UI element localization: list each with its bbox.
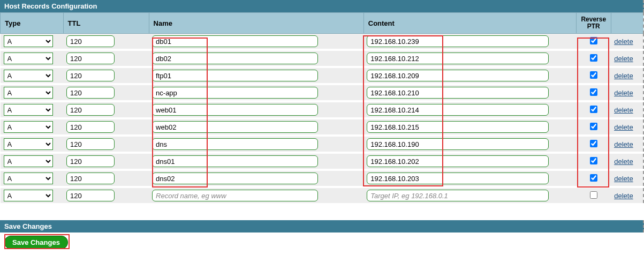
ttl-input[interactable] [66,87,115,99]
col-header-content: Content [363,13,576,34]
col-header-delete [611,13,643,34]
type-select[interactable]: A [4,35,53,47]
reverse-ptr-checkbox[interactable] [590,106,597,113]
delete-link[interactable]: delete [614,123,633,131]
col-header-reverse: Reverse PTR [576,13,611,34]
type-select[interactable]: A [4,190,53,201]
save-section-title: Save Changes [0,220,644,232]
table-row: Adelete [1,101,644,118]
delete-link[interactable]: delete [614,106,633,114]
type-select[interactable]: A [4,87,53,99]
delete-link[interactable]: delete [614,38,633,46]
content-input[interactable] [367,87,549,99]
table-row: Adelete [1,118,644,136]
table-row: Adelete [1,67,644,84]
table-row: Adelete [1,153,644,170]
host-records-table: Type TTL Name Content Reverse PTR Adelet… [0,12,644,205]
ttl-input[interactable] [66,172,115,184]
name-input[interactable] [152,87,318,99]
delete-link[interactable]: delete [614,72,633,80]
content-input[interactable] [367,138,549,150]
ttl-input[interactable] [66,35,115,47]
name-input[interactable] [152,52,318,64]
delete-link[interactable]: delete [614,192,633,200]
ttl-input[interactable] [66,138,115,150]
table-row: Adelete [1,136,644,153]
name-input[interactable] [152,172,318,184]
type-select[interactable]: A [4,138,53,150]
panel-title: Host Records Configuration [0,0,644,12]
delete-link[interactable]: delete [614,140,633,148]
reverse-ptr-checkbox[interactable] [590,54,597,62]
content-input[interactable] [367,172,549,184]
col-header-type: Type [1,13,64,34]
type-select[interactable]: A [4,70,53,81]
ttl-input[interactable] [66,121,115,133]
name-input[interactable] [152,121,318,133]
col-header-name: Name [149,13,363,34]
content-input[interactable] [367,70,549,81]
table-row: Adelete [1,84,644,101]
content-input[interactable] [367,121,549,133]
content-input[interactable] [367,52,549,64]
name-input[interactable] [152,35,318,47]
delete-link[interactable]: delete [614,89,633,97]
reverse-ptr-checkbox[interactable] [590,123,597,130]
content-input[interactable] [367,190,549,201]
reverse-ptr-checkbox[interactable] [590,174,597,182]
reverse-ptr-checkbox[interactable] [590,37,597,44]
type-select[interactable]: A [4,104,53,116]
ttl-input[interactable] [66,190,115,201]
content-input[interactable] [367,155,549,167]
type-select[interactable]: A [4,172,53,184]
save-changes-button[interactable]: Save Changes [4,236,68,249]
type-select[interactable]: A [4,52,53,64]
table-row-new: Adelete [1,187,644,204]
col-header-ttl: TTL [63,13,149,34]
delete-link[interactable]: delete [614,175,633,183]
table-row: Adelete [1,170,644,187]
reverse-ptr-checkbox[interactable] [590,140,597,147]
name-input[interactable] [152,138,318,150]
delete-link[interactable]: delete [614,158,633,166]
reverse-ptr-checkbox[interactable] [590,157,597,164]
ttl-input[interactable] [66,70,115,81]
type-select[interactable]: A [4,155,53,167]
reverse-ptr-checkbox[interactable] [590,191,597,199]
table-row: Adelete [1,34,644,50]
name-input[interactable] [152,104,318,116]
reverse-ptr-checkbox[interactable] [590,71,597,79]
ttl-input[interactable] [66,104,115,116]
ttl-input[interactable] [66,155,115,167]
delete-link[interactable]: delete [614,55,633,63]
reverse-ptr-checkbox[interactable] [590,88,597,96]
name-input[interactable] [152,155,318,167]
ttl-input[interactable] [66,52,115,64]
content-input[interactable] [367,104,549,116]
table-row: Adelete [1,50,644,67]
type-select[interactable]: A [4,121,53,133]
name-input[interactable] [152,70,318,81]
content-input[interactable] [367,35,549,47]
name-input[interactable] [152,190,318,201]
